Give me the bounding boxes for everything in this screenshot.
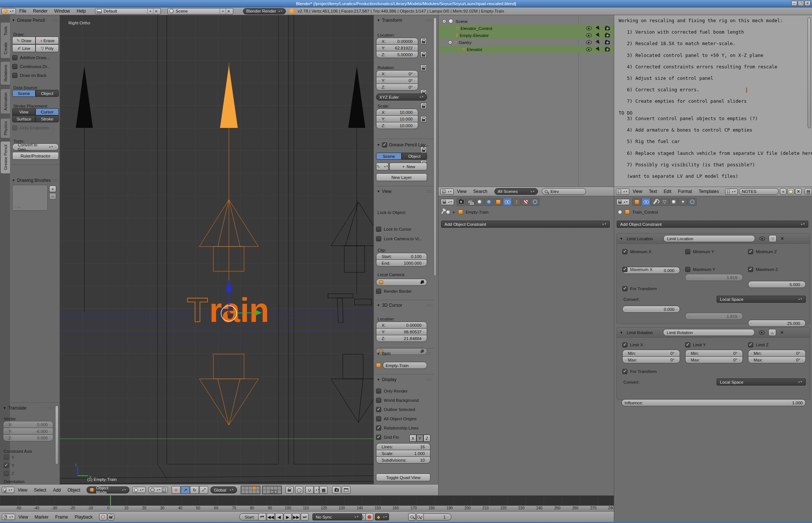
gp-object[interactable]: Object (402, 153, 427, 160)
only-endpoints-toggle[interactable]: Only Endpoints (12, 125, 49, 130)
viewport-shading-select[interactable]: ▲▼ (132, 487, 146, 493)
next-keyframe-button[interactable]: ▶▶ (292, 513, 300, 521)
lock-to-cursor-toggle[interactable]: Lock to Cursor (376, 227, 412, 232)
draw-on-back-toggle[interactable]: Draw on Back (12, 73, 47, 78)
add-layout-button[interactable]: ＋ (147, 9, 153, 14)
renderability-camera-icon[interactable] (605, 34, 610, 37)
collapse-icon[interactable]: − (442, 19, 446, 23)
convert-space-select[interactable]: Local Space▲▼ (717, 296, 806, 303)
placement-view[interactable]: View (12, 108, 35, 115)
menu-render[interactable]: Render (30, 9, 51, 14)
add-constraint-select[interactable]: Add Object Constraint▲▼ (441, 221, 610, 228)
eye-icon[interactable] (759, 330, 765, 334)
axis-z-toggle[interactable]: Z (4, 471, 14, 476)
tab-physics[interactable]: Physics (1, 119, 10, 138)
play-reverse-button[interactable]: ◀ (275, 513, 283, 521)
text-name-field[interactable]: NOTES (739, 188, 779, 195)
selectability-cursor-icon[interactable] (596, 47, 601, 52)
location-y-field[interactable]: Y:62.81922 (376, 44, 418, 51)
min-y-toggle[interactable]: Minimum Y (685, 249, 714, 254)
convert-to-geometry-select[interactable]: Convert to Geo...▲▼ (12, 143, 59, 150)
tab-modifiers[interactable] (651, 198, 660, 206)
poly-button[interactable]: ▽ Poly (35, 44, 59, 52)
min-y-value[interactable]: 1.819 (685, 274, 743, 281)
draw-button[interactable]: ✎ Draw (12, 37, 35, 44)
axis-x-toggle[interactable]: X (4, 455, 14, 460)
unlink-text-button[interactable]: ✕ (795, 188, 802, 195)
black-wire-text[interactable] (328, 294, 372, 323)
maximize-button[interactable]: ❐ (798, 1, 804, 6)
render-engine-select[interactable]: Blender Render▲▼ (243, 8, 286, 14)
orange-wire-arrow-down[interactable] (199, 354, 258, 425)
pin-icon[interactable] (441, 210, 444, 214)
all-object-origins-toggle[interactable]: All Object Origins (376, 416, 417, 421)
editor-type-properties[interactable]: ▲▼ (616, 199, 630, 205)
constraint-name-field[interactable]: Limit Location (663, 235, 755, 242)
clip-start-field[interactable]: Start:0.100 (376, 253, 427, 260)
tab-create[interactable]: Create (1, 39, 10, 58)
gp-datablock-select[interactable]: ✎▲▼ (376, 163, 389, 170)
item-name-field[interactable]: Empty-Train (383, 362, 427, 369)
lock-icon[interactable] (420, 116, 427, 122)
editor-type-outliner[interactable]: ▲▼ (440, 189, 454, 195)
rotation-mode-select[interactable]: XYZ Euler▲▼ (376, 94, 427, 101)
editor-type-timeline[interactable]: ▲▼ (2, 514, 15, 520)
manipulator-translate-toggle[interactable]: ↗ (181, 486, 190, 494)
lock-icon[interactable] (420, 65, 427, 71)
influence-slider[interactable]: Influence:1.000 (622, 399, 806, 406)
black-arrow-right[interactable] (348, 66, 365, 294)
limit-z-min[interactable]: Min:0° (748, 350, 806, 357)
tab-particles[interactable]: ✦ (679, 198, 687, 206)
transform-panel-header[interactable]: ▼Transform (377, 18, 432, 23)
additive-draw-toggle[interactable]: Additive Draw... (12, 55, 50, 60)
brush-list[interactable]: ◦ — (12, 185, 48, 211)
scale-z-field[interactable]: Z:10.000 (376, 122, 418, 129)
jump-start-button[interactable]: ⏮ (258, 513, 266, 521)
translate-y-field[interactable]: Y:-6.000 (3, 428, 53, 435)
delete-layout-button[interactable]: ✕ (153, 9, 159, 14)
outliner-row-scene[interactable]: − Scene (439, 18, 614, 25)
record-button[interactable] (365, 513, 373, 521)
tab-scene[interactable] (475, 198, 484, 206)
black-wire-arrow-up[interactable] (331, 202, 373, 272)
rotation-z-field[interactable]: Z:0° (376, 84, 418, 91)
delete-keyframe-button[interactable]: ✕ (416, 513, 424, 521)
manipulator-scale-toggle[interactable]: ⤢ (199, 486, 208, 494)
tab-constraints[interactable] (503, 198, 512, 206)
tab-render[interactable] (457, 198, 466, 206)
move-constraint-button[interactable]: △ (768, 329, 776, 336)
outliner-search-input[interactable]: Elev (542, 188, 586, 195)
jump-end-button[interactable]: ⏭ (301, 513, 309, 521)
menu-file[interactable]: File (16, 9, 30, 14)
tab-tools[interactable]: Tools (1, 23, 10, 40)
outliner-row-elevator-control[interactable]: ▽ Elevator_Control (439, 25, 614, 32)
menu-help[interactable]: Help (73, 9, 89, 14)
eyedropper-icon[interactable]: 🢅 (420, 280, 424, 285)
limit-y-max[interactable]: Max:0° (685, 356, 743, 363)
line-button[interactable]: ✐ Line (12, 44, 35, 52)
outliner-row-empty-elevator[interactable]: ⟟ Empty-Elevator (439, 32, 614, 39)
min-x-toggle[interactable]: Minimum X (622, 249, 652, 254)
lock-to-scene-button[interactable] (285, 486, 294, 494)
limit-y-min[interactable]: Min:0° (685, 350, 743, 357)
cursor-x-field[interactable]: X:0.00000 (376, 322, 427, 329)
rotation-x-field[interactable]: X:0° (376, 70, 418, 77)
timeline-ruler[interactable]: -50-40-30-20-100102030405060708090100110… (0, 505, 614, 512)
max-z-toggle[interactable]: Maximum Z (748, 267, 778, 272)
manipulator-rotate-toggle[interactable]: ↻ (190, 486, 199, 494)
menu-search[interactable]: Search (470, 189, 491, 194)
menu-edit[interactable]: Edit (660, 189, 675, 194)
menu-text[interactable]: Text (646, 189, 660, 194)
opengl-render-image-button[interactable] (332, 486, 341, 494)
grease-pencil-panel-header[interactable]: ▼Grease Pencil (12, 18, 58, 23)
convert-space-select[interactable]: Local Space▲▼ (717, 378, 806, 386)
scale-x-field[interactable]: X:10.000 (376, 109, 418, 116)
text-datablock-select[interactable]: ▲▼ (725, 189, 738, 195)
selectability-cursor-icon[interactable] (596, 26, 601, 31)
black-arrow-left[interactable] (76, 66, 93, 312)
limit-x-toggle[interactable]: Limit X (622, 342, 643, 347)
for-transform-toggle[interactable]: For Transform (622, 286, 657, 291)
play-button[interactable]: ▶ (284, 513, 292, 521)
lock-object-field[interactable]: 🢅 (376, 279, 427, 286)
minimize-button[interactable]: – (791, 1, 797, 6)
